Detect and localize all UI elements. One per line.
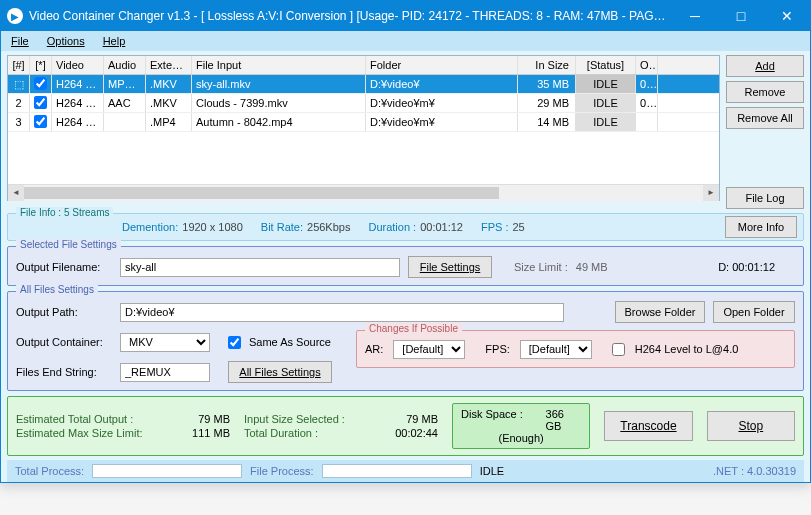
col-size[interactable]: In Size	[518, 56, 576, 74]
maximize-button[interactable]: □	[718, 1, 764, 31]
fps-select[interactable]: [Default]	[520, 340, 592, 359]
col-status[interactable]: [Status]	[576, 56, 636, 74]
estimate-bar: Estimated Total Output :79 MB Estimated …	[7, 396, 804, 456]
ar-select[interactable]: [Default]	[393, 340, 465, 359]
remove-button[interactable]: Remove	[726, 81, 804, 103]
more-info-button[interactable]: More Info	[725, 216, 797, 238]
disk-space-box: Disk Space :366 GB (Enough)	[452, 403, 590, 449]
table-row[interactable]: 2H264 (HI...AAC.MKVClouds - 7399.mkvD:¥v…	[8, 94, 719, 113]
table-row[interactable]: 3H264 (HI....MP4Autumn - 8042.mp4D:¥vide…	[8, 113, 719, 132]
file-log-button[interactable]: File Log	[726, 187, 804, 209]
menu-help[interactable]: Help	[103, 35, 126, 47]
output-filename-input[interactable]	[120, 258, 400, 277]
open-folder-button[interactable]: Open Folder	[713, 301, 795, 323]
grid-header: [#] [*] Video Audio Extension File Input…	[8, 56, 719, 75]
col-out[interactable]: Out	[636, 56, 658, 74]
close-button[interactable]: ✕	[764, 1, 810, 31]
same-as-source-checkbox[interactable]	[228, 336, 241, 349]
remove-all-button[interactable]: Remove All	[726, 107, 804, 129]
col-audio[interactable]: Audio	[104, 56, 146, 74]
minimize-button[interactable]: ─	[672, 1, 718, 31]
table-row[interactable]: ⬚H264 (HI...MP3F....MKVsky-all.mkvD:¥vid…	[8, 75, 719, 94]
col-check[interactable]: [*]	[30, 56, 52, 74]
menubar: File Options Help	[1, 31, 810, 51]
file-grid[interactable]: [#] [*] Video Audio Extension File Input…	[7, 55, 720, 201]
col-video[interactable]: Video	[52, 56, 104, 74]
menu-options[interactable]: Options	[47, 35, 85, 47]
horizontal-scrollbar[interactable]: ◄ ►	[8, 184, 719, 200]
col-file[interactable]: File Input	[192, 56, 366, 74]
file-progress	[322, 464, 472, 478]
browse-folder-button[interactable]: Browse Folder	[615, 301, 705, 323]
menu-file[interactable]: File	[11, 35, 29, 47]
file-settings-button[interactable]: File Settings	[408, 256, 492, 278]
app-window: ▶ Video Container Changer v1.3 - [ Lossl…	[0, 0, 811, 483]
all-files-settings-button[interactable]: All Files Settings	[228, 361, 332, 383]
row-checkbox[interactable]	[34, 96, 47, 109]
row-checkbox[interactable]	[34, 77, 47, 90]
output-path-input[interactable]	[120, 303, 564, 322]
stop-button[interactable]: Stop	[707, 411, 795, 441]
output-container-select[interactable]: MKV	[120, 333, 210, 352]
app-icon: ▶	[7, 8, 23, 24]
scroll-right-icon[interactable]: ►	[703, 185, 719, 201]
end-string-input[interactable]	[120, 363, 210, 382]
row-checkbox[interactable]	[34, 115, 47, 128]
titlebar: ▶ Video Container Changer v1.3 - [ Lossl…	[1, 1, 810, 31]
scroll-left-icon[interactable]: ◄	[8, 185, 24, 201]
selected-file-panel: Selected File Settings Output Filename: …	[7, 246, 804, 286]
add-button[interactable]: Add	[726, 55, 804, 77]
all-files-panel: All Files Settings Output Path: Browse F…	[7, 291, 804, 391]
col-ext[interactable]: Extension	[146, 56, 192, 74]
transcode-button[interactable]: Transcode	[604, 411, 692, 441]
file-info-bar: File Info : 5 Streams Demention:1920 x 1…	[7, 213, 804, 241]
statusbar: Total Process: File Process: IDLE .NET :…	[7, 460, 804, 482]
total-progress	[92, 464, 242, 478]
col-folder[interactable]: Folder	[366, 56, 518, 74]
h264-level-checkbox[interactable]	[612, 343, 625, 356]
changes-panel: Changes If Possible AR: [Default] FPS: […	[356, 330, 795, 368]
scroll-thumb[interactable]	[24, 187, 499, 199]
file-info-legend: File Info : 5 Streams	[16, 207, 113, 218]
col-index[interactable]: [#]	[8, 56, 30, 74]
output-filename-label: Output Filename:	[16, 261, 112, 273]
window-title: Video Container Changer v1.3 - [ Lossles…	[29, 9, 672, 23]
